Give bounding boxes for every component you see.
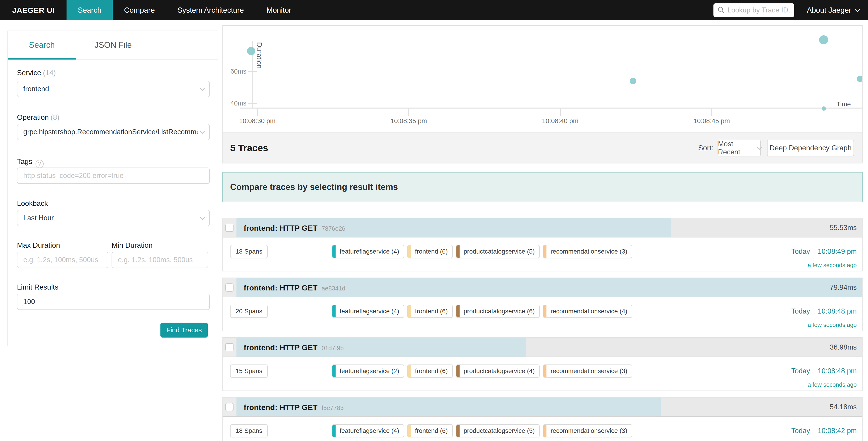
operation-label: Operation(8) (17, 113, 60, 122)
nav-item-monitor[interactable]: Monitor (255, 0, 303, 20)
tags-placeholder: http.status_code=200 error=true (23, 172, 204, 180)
tab-search[interactable]: Search (8, 31, 76, 59)
chevron-down-icon (757, 145, 762, 150)
tab-json-file[interactable]: JSON File (76, 31, 151, 59)
service-tag: frontend (6) (407, 424, 453, 437)
trace-result-item: frontend: HTTP GET 7876e26 55.53ms 18 Sp… (222, 218, 863, 271)
service-tag-label: recommendationservice (4) (547, 308, 632, 315)
service-tag-label: recommendationservice (3) (547, 427, 632, 435)
service-color-bar (543, 425, 547, 437)
trace-header-link[interactable]: frontend: HTTP GET f5e7783 54.18ms (223, 398, 862, 417)
service-tag: productcatalogservice (5) (456, 424, 540, 437)
trace-relative-time: a few seconds ago (808, 262, 857, 269)
x-tick-mark (257, 109, 258, 116)
service-tag-label: featureflagservice (4) (336, 248, 404, 255)
trace-datetime: Today 10:08:49 pm (791, 245, 857, 258)
service-tag-label: featureflagservice (4) (336, 308, 404, 315)
trace-checkbox[interactable] (225, 403, 234, 411)
service-tag: recommendationservice (3) (543, 245, 632, 258)
service-tag-label: productcatalogservice (5) (460, 427, 539, 435)
service-color-bar (543, 305, 547, 317)
trace-id: ae8341d (321, 285, 345, 292)
trace-result-item: frontend: HTTP GET 01d7f9b 36.98ms 15 Sp… (222, 337, 863, 391)
x-tick-label: 10:08:45 pm (687, 117, 737, 125)
sort-value: Most Recent (718, 140, 754, 156)
service-color-bar (332, 425, 336, 437)
trace-relative-time: a few seconds ago (808, 381, 857, 388)
trace-header-link[interactable]: frontend: HTTP GET 01d7f9b 36.98ms (223, 338, 862, 357)
trace-result-item: frontend: HTTP GET ae8341d 79.94ms 20 Sp… (222, 277, 863, 331)
help-icon[interactable]: ? (35, 160, 44, 168)
trace-header-link[interactable]: frontend: HTTP GET 7876e26 55.53ms (223, 218, 862, 237)
service-tag: frontend (6) (407, 245, 453, 258)
service-tag-label: frontend (6) (411, 308, 452, 315)
trace-title-group: frontend: HTTP GET f5e7783 (244, 398, 344, 416)
lookback-label: Lookback (17, 199, 48, 208)
checkbox-cell (223, 218, 237, 237)
scatter-point[interactable] (247, 47, 255, 55)
service-select[interactable]: frontend (17, 81, 210, 97)
service-tag-label: productcatalogservice (5) (460, 248, 539, 255)
service-tag-label: featureflagservice (2) (336, 368, 404, 375)
y-tick-mark (248, 103, 257, 104)
trace-checkbox[interactable] (225, 284, 234, 292)
max-duration-input[interactable]: e.g. 1.2s, 100ms, 500us (17, 252, 108, 268)
scatter-point[interactable] (822, 107, 826, 111)
trace-id: f5e7783 (321, 405, 344, 412)
service-color-bar (408, 305, 411, 317)
service-tag: featureflagservice (4) (332, 245, 404, 258)
service-color-bar (543, 245, 547, 258)
trace-duration: 54.18ms (830, 398, 857, 416)
limit-results-input[interactable]: 100 (17, 294, 210, 310)
about-jaeger-label: About Jaeger (807, 6, 851, 14)
sort-select[interactable]: Most Recent (717, 140, 761, 156)
min-duration-input[interactable]: e.g. 1.2s, 100ms, 500us (112, 252, 208, 268)
x-tick-label: 10:08:35 pm (384, 117, 434, 125)
about-jaeger-menu[interactable]: About Jaeger (794, 0, 868, 20)
operation-select[interactable]: grpc.hipstershop.RecommendationService/L… (17, 124, 210, 140)
nav-item-compare[interactable]: Compare (113, 0, 166, 20)
service-tag-label: recommendationservice (3) (547, 248, 632, 255)
chevron-down-icon (200, 215, 205, 220)
y-axis-title: Duration (255, 42, 263, 68)
scatter-point[interactable] (857, 76, 862, 82)
lookback-select[interactable]: Last Hour (17, 210, 210, 226)
nav-item-system-architecture[interactable]: System Architecture (166, 0, 255, 20)
trace-datetime: Today 10:08:42 pm (791, 424, 857, 437)
service-tag-label: frontend (6) (411, 368, 452, 375)
nav-item-search[interactable]: Search (66, 0, 113, 20)
trace-id: 01d7f9b (321, 345, 344, 352)
find-traces-button[interactable]: Find Traces (160, 323, 208, 337)
nav-spacer (303, 0, 713, 20)
search-sidebar: Search JSON File Service(14) frontend Op… (7, 31, 218, 346)
service-tag: frontend (6) (407, 364, 453, 378)
trace-results-list: frontend: HTTP GET 7876e26 55.53ms 18 Sp… (222, 218, 863, 441)
service-count: (14) (43, 68, 56, 77)
service-tag-label: recommendationservice (3) (547, 368, 632, 375)
service-color-bar (408, 425, 411, 437)
service-tag-label: productcatalogservice (4) (460, 368, 539, 375)
trace-id-lookup-input[interactable]: Lookup by Trace ID... (713, 3, 794, 17)
service-tag: productcatalogservice (4) (456, 364, 540, 378)
scatter-point[interactable] (819, 35, 828, 45)
x-tick-mark (408, 109, 409, 116)
span-count-chip: 18 Spans (230, 424, 268, 437)
x-axis-line (240, 108, 862, 109)
min-duration-placeholder: e.g. 1.2s, 100ms, 500us (118, 256, 202, 264)
service-tag-label: frontend (6) (411, 427, 452, 435)
trace-title: frontend: HTTP GET (244, 403, 317, 412)
chevron-down-icon (200, 86, 205, 91)
tags-input[interactable]: http.status_code=200 error=true (17, 168, 210, 184)
scatter-point[interactable] (630, 78, 636, 84)
deep-dependency-graph-button[interactable]: Deep Dependency Graph (767, 140, 854, 156)
trace-checkbox[interactable] (225, 343, 234, 351)
trace-time: 10:08:42 pm (818, 427, 857, 435)
app-logo[interactable]: JAEGER UI (0, 0, 66, 20)
trace-header-link[interactable]: frontend: HTTP GET ae8341d 79.94ms (223, 278, 862, 297)
lookback-value: Last Hour (23, 214, 197, 222)
compare-banner: Compare traces by selecting result items (222, 172, 863, 202)
trace-checkbox[interactable] (225, 224, 234, 232)
compare-banner-text: Compare traces by selecting result items (230, 182, 398, 192)
span-count-chip: 15 Spans (230, 364, 268, 378)
checkbox-cell (223, 278, 237, 297)
